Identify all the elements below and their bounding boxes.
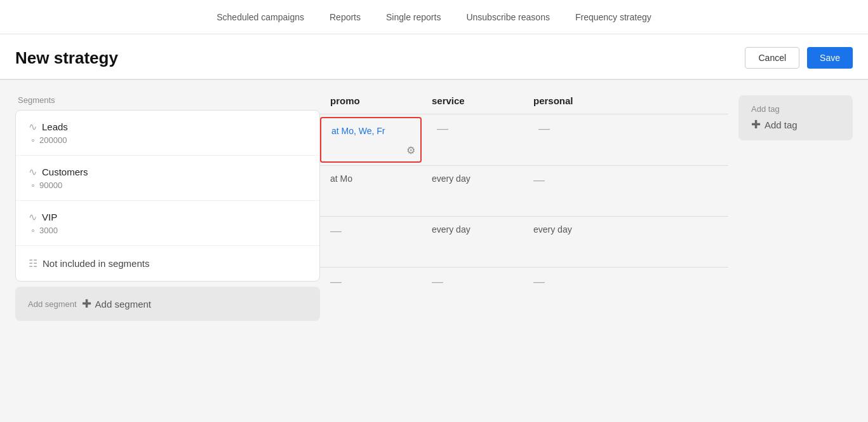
person-icon-vip: ⚬ <box>30 226 36 235</box>
nav-unsubscribe-reasons[interactable]: Unsubscribe reasons <box>466 12 550 22</box>
cell-value-row3-promo: — <box>330 224 342 238</box>
cell-row2-service[interactable]: every day <box>422 166 523 216</box>
col-header-personal: personal <box>523 95 625 106</box>
left-panel: Segments ∿ Leads ⚬ 200000 ∿ Customers <box>15 95 320 409</box>
nav-reports[interactable]: Reports <box>330 12 361 22</box>
segment-count-customers: ⚬ 90000 <box>29 180 307 190</box>
segment-name-vip: ∿ VIP <box>29 211 307 223</box>
cell-value-row1-service: — <box>437 122 448 135</box>
nav-frequency-strategy[interactable]: Frequency strategy <box>575 12 651 22</box>
cell-row2-promo[interactable]: at Mo <box>320 166 422 216</box>
segment-item-vip[interactable]: ∿ VIP ⚬ 3000 <box>16 201 319 246</box>
cell-value-row1-personal: — <box>538 122 550 135</box>
wifi-icon-vip: ∿ <box>29 211 37 223</box>
cell-value-row4-service: — <box>432 275 443 289</box>
not-in-segments-item[interactable]: ☷ Not included in segments <box>16 246 319 281</box>
table-header: promo service personal <box>320 95 728 114</box>
cell-row4-service[interactable]: — <box>422 268 523 318</box>
add-tag-top-label: Add tag <box>751 104 780 114</box>
add-tag-bottom-row: ✚ Add tag <box>751 118 798 132</box>
table-row-4: — — — <box>320 267 728 318</box>
save-button[interactable]: Save <box>807 47 853 69</box>
person-icon-customers: ⚬ <box>30 181 36 190</box>
add-segment-row: ✚ Add segment <box>82 297 151 311</box>
cell-value-row2-personal: — <box>533 174 545 187</box>
nav-scheduled-campaigns[interactable]: Scheduled campaigns <box>217 12 304 22</box>
cell-value-row2-promo: at Mo <box>330 174 352 184</box>
cell-value-row3-service: every day <box>432 224 471 235</box>
cell-row3-promo[interactable]: — <box>320 217 422 267</box>
add-segment-button[interactable]: Add segment ✚ Add segment <box>15 287 320 321</box>
cell-value-row4-promo: — <box>330 275 342 289</box>
cell-value-row1-promo: at Mo, We, Fr <box>331 126 385 136</box>
add-segment-plus-icon: ✚ <box>82 297 91 311</box>
table-row-1: at Mo, We, Fr ⚙ — — <box>320 114 728 165</box>
add-segment-top-label: Add segment <box>28 299 77 309</box>
cell-row3-personal[interactable]: every day <box>523 217 625 267</box>
cell-row1-personal[interactable]: — <box>528 114 630 165</box>
segment-name-customers: ∿ Customers <box>29 166 307 178</box>
gear-icon-row1[interactable]: ⚙ <box>406 144 415 156</box>
add-tag-button[interactable]: Add tag ✚ Add tag <box>738 95 853 140</box>
segment-item-customers[interactable]: ∿ Customers ⚬ 90000 <box>16 156 319 201</box>
col-header-promo: promo <box>320 95 422 106</box>
main-content: Segments ∿ Leads ⚬ 200000 ∿ Customers <box>0 80 868 422</box>
header-actions: Cancel Save <box>745 47 853 69</box>
table-header-row: promo service personal at Mo, We, Fr ⚙ —… <box>320 95 853 318</box>
cell-row1-promo[interactable]: at Mo, We, Fr ⚙ <box>320 117 422 163</box>
segment-count-vip: ⚬ 3000 <box>29 226 307 235</box>
right-panel: promo service personal at Mo, We, Fr ⚙ —… <box>320 95 853 409</box>
add-tag-label: Add tag <box>765 119 798 130</box>
page-header: New strategy Cancel Save <box>0 34 868 80</box>
person-icon-leads: ⚬ <box>30 136 36 145</box>
cell-row2-personal[interactable]: — <box>523 166 625 216</box>
segment-name-leads: ∿ Leads <box>29 121 307 133</box>
wifi-icon-customers: ∿ <box>29 166 37 178</box>
nav-single-reports[interactable]: Single reports <box>386 12 441 22</box>
segment-item-leads[interactable]: ∿ Leads ⚬ 200000 <box>16 111 319 156</box>
cell-value-row2-service: every day <box>432 174 471 184</box>
add-tag-plus-icon: ✚ <box>751 118 761 132</box>
segments-label: Segments <box>15 95 320 105</box>
segment-count-leads: ⚬ 200000 <box>29 135 307 145</box>
cell-row4-promo[interactable]: — <box>320 268 422 318</box>
list-icon: ☷ <box>29 257 37 269</box>
segments-card: ∿ Leads ⚬ 200000 ∿ Customers ⚬ 90000 <box>15 110 320 282</box>
cell-value-row3-personal: every day <box>533 224 572 235</box>
cell-row3-service[interactable]: every day <box>422 217 523 267</box>
tags-table: promo service personal at Mo, We, Fr ⚙ —… <box>320 95 728 318</box>
cancel-button[interactable]: Cancel <box>745 47 799 69</box>
table-row-3: — every day every day <box>320 216 728 267</box>
page-title: New strategy <box>15 48 118 68</box>
wifi-icon-leads: ∿ <box>29 121 37 133</box>
cell-value-row4-personal: — <box>533 275 545 289</box>
cell-row4-personal[interactable]: — <box>523 268 625 318</box>
col-header-service: service <box>422 95 523 106</box>
table-row-2: at Mo every day — <box>320 165 728 216</box>
top-navigation: Scheduled campaigns Reports Single repor… <box>0 0 868 34</box>
add-segment-label: Add segment <box>95 299 151 310</box>
cell-row1-service[interactable]: — <box>427 114 528 165</box>
